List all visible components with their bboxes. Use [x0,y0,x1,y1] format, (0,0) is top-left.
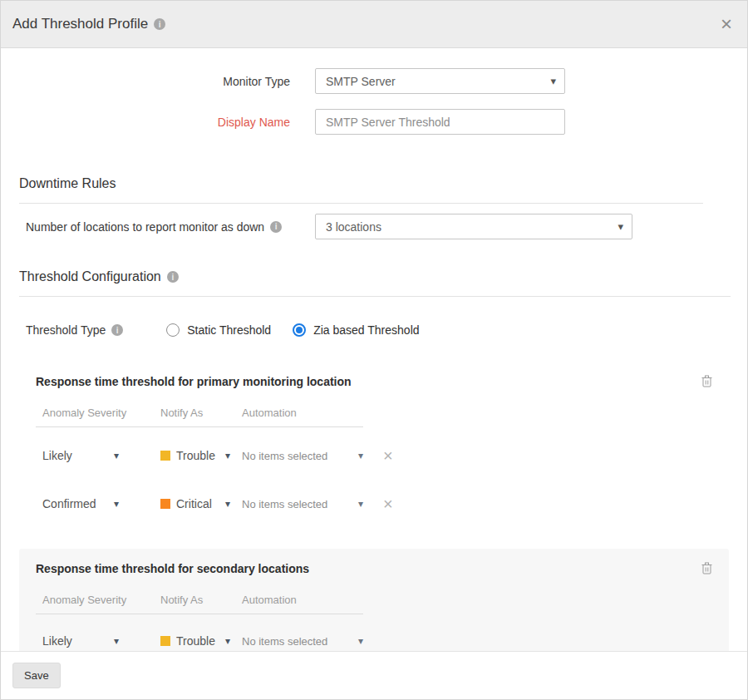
severity-value: Likely [42,634,72,648]
locations-select[interactable]: 3 locations ▾ [315,214,632,239]
column-automation: Automation [242,594,370,606]
table-row: Likely ▾ Trouble ▾ No items selected ▾ × [36,447,712,464]
column-anomaly-severity: Anomaly Severity [42,594,160,606]
table-header-divider [36,426,363,427]
locations-info-icon[interactable]: i [270,221,282,233]
chevron-down-icon: ▾ [358,450,363,461]
chevron-down-icon: ▾ [225,498,230,510]
column-automation: Automation [242,407,370,419]
severity-select[interactable]: Confirmed ▾ [42,497,119,510]
threshold-configuration-section: Threshold Configuration i [19,269,729,297]
severity-select[interactable]: Likely ▾ [42,449,119,462]
remove-row-icon[interactable]: × [383,447,393,464]
locations-label: Number of locations to report monitor as… [26,220,264,234]
table-header: Anomaly Severity Notify As Automation [36,407,363,419]
monitor-type-select[interactable]: SMTP Server ▾ [315,68,565,94]
chevron-down-icon: ▾ [618,220,623,233]
radio-selected-icon [293,323,306,337]
automation-value: No items selected [242,450,327,462]
table-header-divider [36,614,363,614]
notify-as-select[interactable]: Trouble ▾ [160,449,230,462]
dialog-header: Add Threshold Profile i × [1,1,747,48]
section-divider [19,296,731,297]
chevron-down-icon: ▾ [225,450,230,461]
radio-static-threshold[interactable]: Static Threshold [166,323,271,337]
downtime-rules-section: Downtime Rules Number of locations to re… [19,176,729,239]
threshold-type-info-icon[interactable]: i [111,324,123,336]
radio-unselected-icon [166,323,180,337]
remove-row-icon[interactable]: × [383,495,393,512]
chevron-down-icon: ▾ [550,75,556,87]
dialog-title: Add Threshold Profile [12,16,148,32]
threshold-configuration-info-icon[interactable]: i [167,271,179,283]
radio-zia-label: Zia based Threshold [313,323,419,337]
radio-zia-threshold[interactable]: Zia based Threshold [293,323,419,337]
status-color-chip [160,451,170,461]
primary-threshold-panel: Response time threshold for primary moni… [19,358,729,527]
severity-value: Confirmed [42,497,96,510]
monitor-type-row: Monitor Type SMTP Server ▾ [1,68,747,94]
threshold-type-row: Threshold Type i Static Threshold Zia ba… [26,323,729,337]
locations-row: Number of locations to report monitor as… [19,214,729,239]
radio-static-label: Static Threshold [187,323,271,337]
dialog-footer: Save [1,651,747,699]
chevron-down-icon: ▾ [358,498,363,510]
table-row: Confirmed ▾ Critical ▾ No items selected… [36,495,712,512]
locations-value: 3 locations [326,220,381,234]
automation-value: No items selected [242,498,327,510]
display-name-row: Display Name SMTP Server Threshold [1,109,747,135]
save-button[interactable]: Save [12,663,61,688]
chevron-down-icon: ▾ [358,635,363,647]
monitor-type-value: SMTP Server [326,75,396,88]
automation-select[interactable]: No items selected ▾ [242,498,363,510]
notify-as-select[interactable]: Critical ▾ [160,497,230,510]
status-color-chip [160,636,170,646]
chevron-down-icon: ▾ [114,635,119,647]
notify-as-value: Trouble [176,449,215,462]
add-threshold-profile-dialog: Add Threshold Profile i × Monitor Type S… [0,0,748,700]
automation-select[interactable]: No items selected ▾ [242,635,363,648]
chevron-down-icon: ▾ [225,635,230,647]
automation-select[interactable]: No items selected ▾ [242,450,363,462]
status-color-chip [160,499,170,509]
automation-value: No items selected [242,635,327,648]
column-notify-as: Notify As [160,594,242,606]
primary-panel-title: Response time threshold for primary moni… [36,375,352,388]
severity-select[interactable]: Likely ▾ [42,634,119,648]
column-anomaly-severity: Anomaly Severity [42,407,160,419]
trash-icon[interactable] [701,562,712,574]
table-row: Likely ▾ Trouble ▾ No items selected ▾ [36,634,712,648]
secondary-panel-title: Response time threshold for secondary lo… [36,562,309,575]
trash-icon[interactable] [701,375,712,387]
downtime-rules-title: Downtime Rules [19,176,729,191]
threshold-type-label: Threshold Type [26,323,106,337]
chevron-down-icon: ▾ [114,450,119,461]
table-header: Anomaly Severity Notify As Automation [36,594,363,606]
display-name-input[interactable]: SMTP Server Threshold [315,109,565,135]
section-divider [19,203,703,204]
notify-as-select[interactable]: Trouble ▾ [160,634,230,648]
monitor-type-label: Monitor Type [1,75,290,88]
display-name-value: SMTP Server Threshold [326,116,450,129]
notify-as-value: Critical [176,497,212,510]
notify-as-value: Trouble [176,634,215,648]
column-notify-as: Notify As [160,407,242,419]
severity-value: Likely [42,449,72,462]
chevron-down-icon: ▾ [114,498,119,510]
title-info-icon[interactable]: i [154,18,165,30]
display-name-label: Display Name [1,116,290,129]
close-icon[interactable]: × [721,14,732,34]
threshold-configuration-title: Threshold Configuration [19,269,161,284]
